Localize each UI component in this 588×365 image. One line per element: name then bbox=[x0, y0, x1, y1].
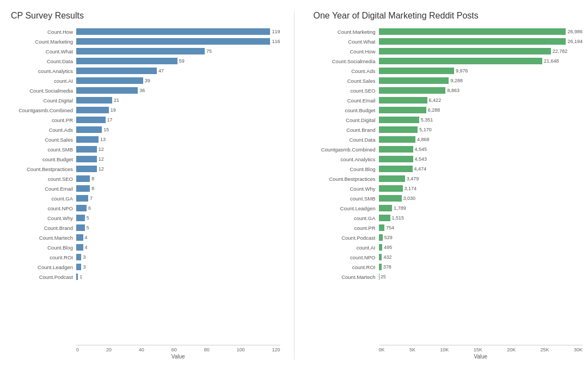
bar-row: count.Budget12 bbox=[5, 155, 280, 163]
bar-fill bbox=[76, 234, 83, 241]
bar-fill bbox=[76, 224, 85, 231]
bar-row: count.GA7 bbox=[5, 194, 280, 203]
bar-wrapper: 495 bbox=[379, 244, 583, 251]
bar-value: 6 bbox=[88, 205, 91, 211]
bar-wrapper: 4,545 bbox=[379, 146, 583, 153]
bar-label: count.PR bbox=[5, 117, 76, 123]
bar-value: 1,789 bbox=[394, 205, 406, 211]
bar-fill bbox=[379, 87, 446, 94]
bar-label: count.NPO bbox=[5, 205, 76, 211]
bar-value: 3 bbox=[83, 254, 85, 260]
left-x-ticks: 020406080100120 bbox=[76, 345, 280, 352]
bar-label: Count.Blog bbox=[5, 245, 76, 251]
bar-fill bbox=[379, 136, 416, 143]
bar-row: Count.How22,782 bbox=[308, 47, 583, 56]
bar-row: count.SEO8,863 bbox=[308, 86, 583, 95]
bar-value: 12 bbox=[99, 166, 104, 172]
bar-fill bbox=[379, 58, 542, 64]
bar-row: count.PR754 bbox=[308, 223, 583, 232]
bar-row: Count.Data4,868 bbox=[308, 135, 583, 144]
bar-label: Count.Podcast bbox=[5, 274, 76, 280]
bar-label: Count.Bestpractices bbox=[308, 176, 379, 182]
bar-value: 754 bbox=[386, 225, 394, 230]
bar-wrapper: 13 bbox=[76, 136, 280, 143]
bar-fill bbox=[379, 117, 419, 123]
bar-fill bbox=[76, 58, 177, 64]
bar-value: 8 bbox=[91, 176, 94, 181]
bar-value: 4,474 bbox=[414, 166, 427, 172]
bar-row: count.SMB12 bbox=[5, 145, 280, 154]
bar-fill bbox=[76, 195, 88, 202]
bar-row: Count.Socialmedia36 bbox=[5, 86, 280, 95]
bar-wrapper: 12 bbox=[76, 166, 280, 172]
bar-wrapper: 4 bbox=[76, 244, 280, 251]
bar-label: Count.Digital bbox=[308, 117, 379, 123]
bar-label: Count.Data bbox=[308, 137, 379, 143]
bar-row: Count.Podcast1 bbox=[5, 272, 280, 281]
bar-row: Count.Why3,174 bbox=[308, 184, 583, 193]
bar-value: 5 bbox=[87, 215, 89, 221]
bar-label: Count.Leadgen bbox=[5, 264, 76, 270]
bar-value: 5 bbox=[87, 225, 89, 230]
bar-label: Count.Socialmedia bbox=[308, 58, 379, 64]
bar-value: 116 bbox=[272, 39, 280, 44]
right-x-ticks: 0K5K10K15K20K25K30K bbox=[379, 345, 583, 352]
bar-fill bbox=[76, 185, 90, 192]
bar-wrapper: 3 bbox=[76, 254, 280, 260]
bar-value: 59 bbox=[179, 58, 185, 64]
bar-row: count.SEO8 bbox=[5, 174, 280, 183]
left-x-label: Value bbox=[5, 354, 280, 360]
bar-label: Count.Martech bbox=[308, 274, 379, 280]
bar-value: 26,986 bbox=[567, 29, 583, 34]
bar-fill bbox=[379, 28, 566, 35]
bar-wrapper: 9,976 bbox=[379, 68, 583, 74]
bar-value: 3,479 bbox=[407, 176, 419, 181]
bar-fill bbox=[76, 175, 90, 182]
bar-row: Count.Bestpractices3,479 bbox=[308, 174, 583, 183]
bar-row: Count.Blog4,474 bbox=[308, 165, 583, 173]
right-bar-chart: Count.Marketing26,986Count.What26,194Cou… bbox=[308, 27, 583, 343]
bar-fill bbox=[379, 175, 405, 182]
bar-label: Count.Marketing bbox=[5, 39, 76, 45]
bar-value: 8,863 bbox=[447, 88, 460, 93]
right-chart-panel: One Year of Digital Marketing Reddit Pos… bbox=[308, 11, 583, 360]
bar-fill bbox=[379, 264, 382, 270]
bar-fill bbox=[76, 126, 102, 133]
bar-fill bbox=[76, 205, 87, 211]
bar-fill bbox=[379, 205, 393, 211]
bar-fill bbox=[379, 195, 402, 202]
bar-label: count.GA bbox=[308, 215, 379, 221]
bar-row: Countgasmb.Combined4,545 bbox=[308, 145, 583, 154]
bar-value: 119 bbox=[272, 29, 280, 34]
x-tick: 0K bbox=[379, 347, 385, 352]
x-tick: 20 bbox=[106, 347, 112, 352]
bar-fill bbox=[379, 77, 449, 84]
bar-label: Count.Leadgen bbox=[308, 205, 379, 211]
x-tick: 25K bbox=[541, 347, 549, 352]
bar-fill bbox=[379, 156, 413, 162]
bar-value: 36 bbox=[139, 88, 145, 93]
bar-row: Count.How119 bbox=[5, 27, 280, 36]
bar-label: Count.Ads bbox=[308, 68, 379, 74]
bar-wrapper: 21,648 bbox=[379, 58, 583, 64]
bar-wrapper: 9,288 bbox=[379, 77, 583, 84]
bar-row: Count.Martech4 bbox=[5, 233, 280, 242]
bar-row: count.NPO6 bbox=[5, 204, 280, 212]
bar-fill bbox=[76, 215, 85, 221]
bar-label: Count.Data bbox=[5, 58, 76, 64]
bar-row: Count.Digital5,351 bbox=[308, 115, 583, 124]
bar-row: count.Analytics47 bbox=[5, 66, 280, 75]
bar-wrapper: 432 bbox=[379, 254, 583, 260]
bar-wrapper: 25 bbox=[379, 273, 583, 280]
bar-label: count.AI bbox=[5, 78, 76, 84]
bar-fill bbox=[76, 244, 83, 251]
bar-label: count.SEO bbox=[5, 176, 76, 182]
bar-value: 3,174 bbox=[405, 186, 417, 191]
bar-label: Count.Sales bbox=[308, 78, 379, 84]
bar-label: Count.Email bbox=[308, 98, 379, 104]
bar-value: 75 bbox=[206, 48, 212, 54]
x-tick: 20K bbox=[507, 347, 516, 352]
left-chart-panel: CP Survey Results Count.How119Count.Mark… bbox=[5, 11, 280, 360]
bar-wrapper: 116 bbox=[76, 38, 280, 45]
bar-fill bbox=[76, 254, 81, 260]
